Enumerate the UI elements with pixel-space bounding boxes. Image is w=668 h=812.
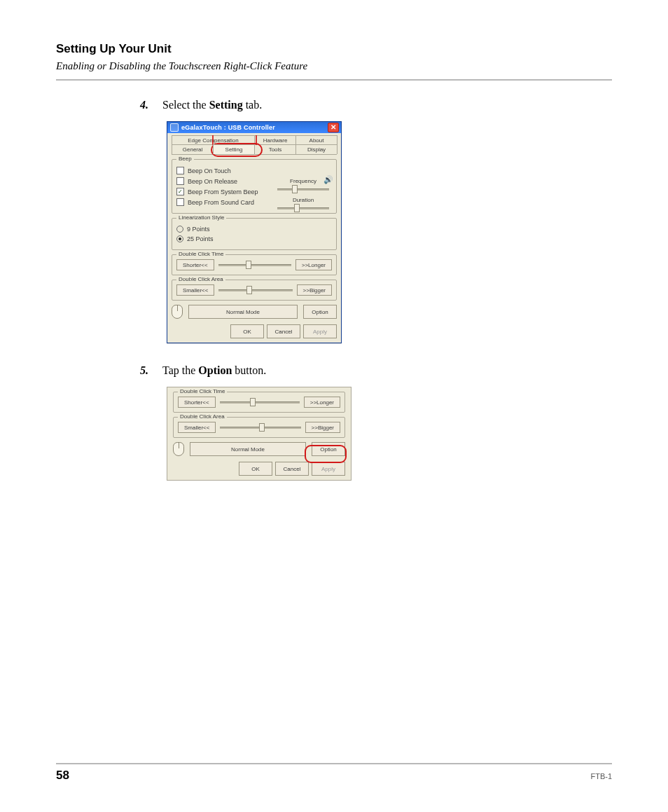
frequency-slider[interactable] <box>277 186 329 193</box>
titlebar[interactable]: eGalaxTouch : USB Controller ✕ <box>167 122 341 133</box>
checkbox-icon: ✓ <box>176 188 184 195</box>
checkbox-beep-system[interactable]: ✓ Beep From System Beep <box>176 188 274 195</box>
slider-thumb[interactable] <box>246 286 252 294</box>
dct-longer-button[interactable]: >>Longer <box>295 259 332 270</box>
group-double-click-time: Double Click Time Shorter<< >>Longer <box>173 392 345 413</box>
checkbox-beep-on-touch[interactable]: Beep On Touch <box>176 167 274 174</box>
group-linearization: Linearization Style 9 Points 25 Points <box>172 218 337 250</box>
checkbox-beep-soundcard[interactable]: Beep From Sound Card <box>176 198 274 206</box>
window-title: eGalaxTouch : USB Controller <box>181 124 275 131</box>
dct-shorter-button[interactable]: Shorter<< <box>176 259 214 270</box>
slider-thumb[interactable] <box>294 204 300 212</box>
group-dct-legend: Double Click Time <box>178 388 227 394</box>
section-subtitle: Enabling or Disabling the Touchscreen Ri… <box>56 60 612 72</box>
figure-1: eGalaxTouch : USB Controller ✕ Edge Comp… <box>167 121 612 343</box>
step-5-text: Tap the Option button. <box>162 364 266 377</box>
step-4-text: Select the Setting tab. <box>162 99 262 111</box>
beep-sliders: 🔊 Frequency Duration <box>277 178 329 212</box>
slider-track <box>277 188 329 191</box>
dca-bigger-button[interactable]: >>Bigger <box>305 422 340 433</box>
slider-track <box>220 401 300 404</box>
group-dct-legend: Double Click Time <box>176 251 225 257</box>
cancel-button[interactable]: Cancel <box>267 324 300 338</box>
apply-button[interactable]: Apply <box>303 324 337 338</box>
dca-bigger-button[interactable]: >>Bigger <box>297 284 332 296</box>
dialog-buttons: OK Cancel Apply <box>173 462 345 476</box>
mode-row: Normal Mode Option <box>172 305 337 319</box>
radio-dot-icon <box>179 238 181 240</box>
checkbox-beep-on-release[interactable]: Beep On Release <box>176 177 274 185</box>
step-5: 5. Tap the Option button. <box>134 364 612 377</box>
tab-tools[interactable]: Tools <box>254 144 296 154</box>
cancel-button[interactable]: Cancel <box>275 462 309 476</box>
group-double-click-time: Double Click Time Shorter<< >>Longer <box>172 254 337 275</box>
frequency-label: Frequency <box>277 178 329 184</box>
dca-slider[interactable] <box>218 287 292 294</box>
checkbox-label: Beep From Sound Card <box>188 199 254 206</box>
dct-shorter-button[interactable]: Shorter<< <box>178 397 216 408</box>
radio-25-points[interactable]: 25 Points <box>176 235 332 242</box>
step-4: 4. Select the Setting tab. <box>134 99 612 111</box>
checkbox-icon <box>176 177 184 185</box>
figure-2: Double Click Time Shorter<< >>Longer Dou… <box>167 387 612 481</box>
ok-button[interactable]: OK <box>239 462 272 476</box>
tab-edge-compensation[interactable]: Edge Compensation <box>172 135 255 145</box>
checkbox-label: Beep On Release <box>188 178 237 185</box>
slider-thumb[interactable] <box>250 398 256 406</box>
page-number: 58 <box>56 769 69 783</box>
slider-thumb[interactable] <box>292 185 298 193</box>
doc-code: FTB-1 <box>590 772 612 780</box>
tab-about[interactable]: About <box>295 135 338 145</box>
step-4-pre: Select the <box>162 99 209 111</box>
slider-thumb[interactable] <box>246 261 251 269</box>
mouse-icon <box>172 305 183 319</box>
manual-page: Setting Up Your Unit Enabling or Disabli… <box>0 0 668 812</box>
step-5-pre: Tap the <box>162 364 198 376</box>
dct-slider[interactable] <box>218 261 291 268</box>
dca-slider[interactable] <box>220 424 300 431</box>
section-title: Setting Up Your Unit <box>56 42 612 56</box>
group-double-click-area: Double Click Area Smaller<< >>Bigger <box>172 280 337 301</box>
page-footer: 58 FTB-1 <box>56 763 612 783</box>
tab-general[interactable]: General <box>172 144 214 154</box>
header-rule <box>56 79 612 81</box>
slider-track <box>218 264 291 266</box>
radio-label: 9 Points <box>187 226 210 233</box>
normal-mode-button[interactable]: Normal Mode <box>190 442 306 456</box>
mode-row: Normal Mode Option <box>173 442 345 456</box>
group-beep-legend: Beep <box>176 156 194 162</box>
window-icon <box>170 123 179 132</box>
checkbox-label: Beep On Touch <box>188 167 231 174</box>
tab-display[interactable]: Display <box>295 144 338 154</box>
step-5-post: button. <box>232 364 266 376</box>
footer-rule <box>56 763 612 764</box>
checkbox-icon <box>176 198 184 206</box>
radio-9-points[interactable]: 9 Points <box>176 226 332 233</box>
dca-smaller-button[interactable]: Smaller<< <box>176 284 214 296</box>
speaker-icon: 🔊 <box>323 175 332 184</box>
apply-button[interactable]: Apply <box>312 462 345 476</box>
tab-hardware[interactable]: Hardware <box>254 135 296 145</box>
egalax-window: eGalaxTouch : USB Controller ✕ Edge Comp… <box>167 121 342 343</box>
option-button[interactable]: Option <box>303 305 337 319</box>
dca-smaller-button[interactable]: Smaller<< <box>178 422 216 433</box>
ok-button[interactable]: OK <box>230 324 264 338</box>
step-number: 4. <box>134 99 148 111</box>
slider-thumb[interactable] <box>259 423 265 432</box>
mouse-icon <box>173 442 184 456</box>
tab-setting[interactable]: Setting <box>213 144 255 154</box>
step-number: 5. <box>134 364 148 377</box>
dct-longer-button[interactable]: >>Longer <box>304 397 340 408</box>
dialog-buttons: OK Cancel Apply <box>172 324 337 338</box>
close-button[interactable]: ✕ <box>328 123 339 132</box>
normal-mode-button[interactable]: Normal Mode <box>188 305 298 319</box>
group-dca-legend: Double Click Area <box>176 276 225 282</box>
group-linearization-legend: Linearization Style <box>176 214 226 221</box>
option-button[interactable]: Option <box>312 442 345 456</box>
group-dca-legend: Double Click Area <box>178 413 227 420</box>
duration-slider[interactable] <box>277 205 329 212</box>
dct-slider[interactable] <box>220 399 300 406</box>
slider-track <box>277 207 329 209</box>
radio-icon <box>176 226 183 233</box>
radio-icon <box>176 235 183 242</box>
